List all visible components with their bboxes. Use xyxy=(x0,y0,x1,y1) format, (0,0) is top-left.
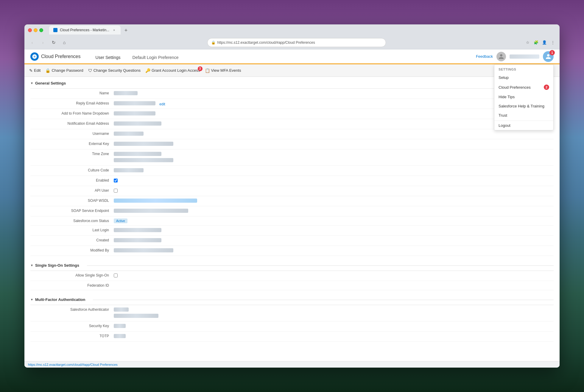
blurred-value xyxy=(114,209,188,213)
value-sf-authenticator xyxy=(114,305,554,321)
app-logo-text: Cloud Preferences xyxy=(41,54,81,59)
new-tab-button[interactable]: + xyxy=(122,26,130,35)
salesforce-logo-icon xyxy=(30,52,39,61)
soap-wsdl-link[interactable] xyxy=(114,199,197,203)
general-settings-section-header: ▼ General Settings xyxy=(30,77,554,89)
value-timezone xyxy=(114,149,554,165)
field-culture-code: Culture Code xyxy=(30,166,554,176)
value-username xyxy=(114,129,554,139)
blurred-value xyxy=(114,152,161,156)
general-settings-toggle[interactable]: ▼ xyxy=(30,82,33,85)
dropdown-item-cloud-preferences[interactable]: Cloud Preferences 2 xyxy=(494,82,553,92)
field-enabled: Enabled xyxy=(30,176,554,186)
home-button[interactable]: ⌂ xyxy=(60,38,68,47)
edit-link[interactable]: edit xyxy=(159,102,165,106)
field-name: Name xyxy=(30,89,554,99)
blurred-value xyxy=(114,238,161,242)
lock-icon: 🔒 xyxy=(45,68,50,73)
extensions-icon[interactable]: 🧩 xyxy=(533,39,539,46)
field-sfdc-status: Salesforce.com Status Active xyxy=(30,216,554,226)
value-allow-sso xyxy=(114,271,554,281)
view-mfa-button[interactable]: 📋 View MFA Events xyxy=(205,68,241,73)
sso-toggle[interactable]: ▼ xyxy=(30,264,33,267)
tab-user-settings[interactable]: User Settings xyxy=(90,51,127,64)
label-username: Username xyxy=(30,129,114,139)
browser-toolbar-icons: ☆ 🧩 👤 ⋮ xyxy=(524,39,556,46)
forward-button[interactable]: › xyxy=(39,38,47,47)
api-user-checkbox[interactable] xyxy=(114,189,118,193)
dropdown-item-logout[interactable]: Logout xyxy=(494,121,553,130)
browser-window: Cloud Preferences - Marketin... × + ‹ › … xyxy=(24,24,560,368)
title-bar: Cloud Preferences - Marketin... × + xyxy=(24,24,560,36)
field-soap-wsdl: SOAP WSDL xyxy=(30,196,554,206)
label-external-key: External Key xyxy=(30,139,114,149)
value-from-name xyxy=(114,109,554,119)
app-header: Cloud Preferences User Settings Default … xyxy=(24,49,560,64)
content-area: ▼ General Settings Name Reply Email Addr… xyxy=(24,77,560,361)
general-settings-title: General Settings xyxy=(35,81,66,85)
label-modified-by: Modified By xyxy=(30,246,114,256)
menu-icon[interactable]: ⋮ xyxy=(549,39,556,46)
dropdown-item-setup[interactable]: Setup xyxy=(494,73,553,82)
address-bar[interactable]: 🔒 https://mc.s12.exacttarget.com/cloud/#… xyxy=(207,38,386,47)
mfa-toggle[interactable]: ▼ xyxy=(30,298,33,301)
label-last-login: Last Login xyxy=(30,226,114,235)
label-totp: TOTP xyxy=(30,332,114,341)
label-name: Name xyxy=(30,89,114,99)
feedback-link[interactable]: Feedback xyxy=(476,54,493,59)
field-totp: TOTP xyxy=(30,332,554,342)
minimize-window-button[interactable] xyxy=(34,28,38,32)
active-tab[interactable]: Cloud Preferences - Marketin... × xyxy=(49,26,121,35)
dropdown-item-salesforce-help[interactable]: Salesforce Help & Training xyxy=(494,101,553,111)
change-password-button[interactable]: 🔒 Change Password xyxy=(45,68,83,73)
label-culture-code: Culture Code xyxy=(30,166,114,176)
back-button[interactable]: ‹ xyxy=(28,38,36,47)
tab-default-login[interactable]: Default Login Preference xyxy=(127,51,185,64)
profile-icon[interactable]: 👤 xyxy=(541,39,548,46)
field-modified-by: Modified By xyxy=(30,246,554,256)
grant-access-button[interactable]: 🔑 Grant Account Login Access 3 xyxy=(145,68,200,73)
status-url[interactable]: https://mc.s12.exacttarget.com/cloud/#ap… xyxy=(28,363,118,366)
dropdown-item-hide-tips[interactable]: Hide Tips xyxy=(494,92,553,101)
blurred-value xyxy=(114,307,129,312)
value-soap-endpoint xyxy=(114,206,554,216)
maximize-window-button[interactable] xyxy=(39,28,43,32)
value-totp xyxy=(114,332,554,341)
edit-button[interactable]: ✎ Edit xyxy=(29,68,41,73)
label-from-name: Add to From Name Dropdown xyxy=(30,109,114,119)
value-notification-email xyxy=(114,119,554,129)
status-bar: https://mc.s12.exacttarget.com/cloud/#ap… xyxy=(24,361,560,368)
field-reply-email: Reply Email Address edit xyxy=(30,99,554,109)
label-allow-sso: Allow Single Sign-On xyxy=(30,271,114,281)
field-soap-endpoint: SOAP Service Endpoint xyxy=(30,206,554,216)
field-created: Created xyxy=(30,236,554,246)
tab-close-button[interactable]: × xyxy=(112,28,116,32)
traffic-lights xyxy=(28,28,43,32)
address-bar-row: ‹ › ↻ ⌂ 🔒 https://mc.s12.exacttarget.com… xyxy=(24,36,560,49)
value-federation-id xyxy=(114,281,554,290)
tab-bar: Cloud Preferences - Marketin... × + xyxy=(49,26,556,35)
bookmark-icon[interactable]: ☆ xyxy=(524,39,531,46)
refresh-button[interactable]: ↻ xyxy=(49,38,58,47)
blurred-value xyxy=(114,132,144,136)
allow-sso-checkbox[interactable] xyxy=(114,274,118,277)
mfa-fields: Salesforce Authenticator Security Key xyxy=(30,305,554,342)
address-url: https://mc.s12.exacttarget.com/cloud/#ap… xyxy=(217,40,382,45)
app-content: Cloud Preferences User Settings Default … xyxy=(24,49,560,368)
close-window-button[interactable] xyxy=(28,28,32,32)
dropdown-item-trust[interactable]: Trust xyxy=(494,111,553,120)
sso-fields: Allow Single Sign-On Federation ID xyxy=(30,271,554,290)
field-from-name: Add to From Name Dropdown xyxy=(30,109,554,119)
blurred-value xyxy=(114,111,155,115)
user-menu-button[interactable]: 1 xyxy=(543,51,554,62)
value-external-key xyxy=(114,139,554,149)
field-external-key: External Key xyxy=(30,139,554,149)
sso-title: Single Sign-On Settings xyxy=(35,263,79,268)
enabled-checkbox[interactable] xyxy=(114,179,118,182)
status-badge: Active xyxy=(114,218,127,223)
value-security-key xyxy=(114,321,554,331)
value-culture-code xyxy=(114,166,554,176)
change-security-button[interactable]: 🛡 Change Security Questions xyxy=(88,68,141,73)
label-sfdc-status: Salesforce.com Status xyxy=(30,216,114,225)
value-created xyxy=(114,236,554,246)
